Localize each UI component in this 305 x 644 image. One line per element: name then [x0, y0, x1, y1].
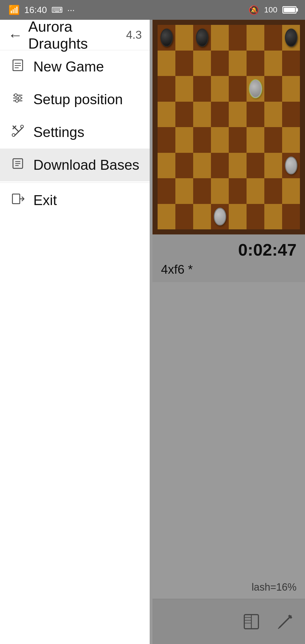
svg-point-23 [21, 125, 23, 128]
drawer-header: ← Aurora Draughts 4.3 [0, 20, 150, 50]
svg-point-17 [16, 99, 18, 102]
menu-item-download-bases[interactable]: Download Bases [0, 149, 150, 181]
exit-icon [10, 192, 25, 209]
svg-point-16 [18, 97, 21, 99]
battery-display: 100 [264, 5, 277, 14]
menu-item-setup-position[interactable]: Setup position [0, 83, 150, 116]
more-icon: ··· [67, 5, 75, 15]
battery-icon [282, 6, 297, 14]
version-label: 4.3 [126, 29, 142, 41]
status-left: 📶 16:40 ⌨ ··· [8, 5, 75, 15]
time-display: 16:40 [24, 5, 47, 15]
status-bar: 📶 16:40 ⌨ ··· 🔕 100 [0, 0, 305, 20]
svg-line-18 [13, 126, 19, 132]
app-title: Aurora Draughts [28, 18, 123, 52]
svg-rect-28 [12, 194, 20, 204]
back-button[interactable]: ← [8, 28, 23, 42]
menu-item-exit[interactable]: Exit [0, 184, 150, 217]
settings-icon [10, 124, 25, 141]
svg-point-22 [12, 134, 15, 136]
new-game-label: New Game [33, 58, 104, 75]
notification-icon: 🔕 [249, 5, 259, 15]
new-game-icon [10, 58, 25, 75]
menu-item-new-game[interactable]: New Game [0, 50, 150, 83]
menu-item-settings[interactable]: Settings [0, 116, 150, 149]
signal-icon: 📶 [8, 5, 20, 15]
navigation-drawer: ← Aurora Draughts 4.3 New Game [0, 20, 150, 644]
download-bases-icon [10, 156, 25, 173]
setup-position-label: Setup position [33, 91, 123, 108]
download-bases-label: Download Bases [33, 157, 139, 173]
setup-position-icon [10, 91, 25, 108]
status-right: 🔕 100 [249, 5, 297, 15]
svg-point-15 [14, 94, 17, 97]
menu-divider [0, 182, 150, 183]
usb-icon: ⌨ [51, 5, 63, 15]
settings-label: Settings [33, 124, 84, 140]
exit-label: Exit [33, 192, 57, 208]
